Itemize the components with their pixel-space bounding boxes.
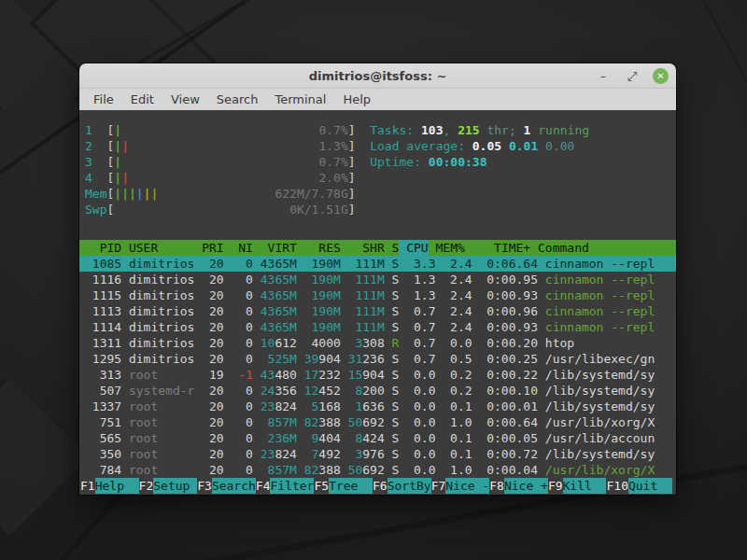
column-header-s[interactable]: S: [392, 240, 400, 256]
table-row[interactable]: 1115dimitrios2004365M190M111MS1.32.40:00…: [85, 287, 676, 303]
table-row[interactable]: 507systemd-r20024356124528200S0.00.20:00…: [85, 383, 676, 399]
meter-bar-fill: |: [114, 154, 121, 170]
fnkey-f9-kill[interactable]: F9Kill: [548, 478, 607, 494]
cell-cpu: 0.7: [406, 319, 435, 335]
table-row[interactable]: 313root19-1434801723215904S0.00.20:00.22…: [85, 367, 676, 383]
meter-bracket: [: [106, 186, 114, 202]
meter-bar: ||||||622M/7.78G: [114, 186, 347, 202]
minimize-button[interactable]: –: [595, 68, 612, 85]
meter-bracket: [: [106, 170, 114, 186]
fnkey-f3-search[interactable]: F3Search: [197, 478, 256, 494]
cell-res-segment: 82: [304, 415, 319, 429]
fnkey-f10-quit[interactable]: F10Quit: [606, 478, 671, 494]
menu-item-file[interactable]: File: [85, 91, 122, 108]
column-header-mem[interactable]: MEM%: [435, 240, 464, 256]
cell-s: R: [392, 335, 400, 351]
table-row[interactable]: 784root200857M8238850692S0.01.00:00.04/u…: [85, 462, 676, 478]
uptime-line-segment: 00:00:38: [429, 155, 487, 169]
meter-bar-fill: ||: [114, 170, 129, 186]
column-header-cpu[interactable]: CPU%: [399, 240, 428, 256]
table-row[interactable]: 1116dimitrios2004365M190M111MS1.32.40:00…: [85, 272, 676, 287]
fnkey-f4-filter[interactable]: F4Filter: [256, 478, 315, 494]
fnkey-f1-help[interactable]: F1Help: [80, 478, 139, 494]
cell-s: S: [392, 446, 400, 462]
cell-pri: 20: [202, 430, 223, 446]
fnkey-f6-sortby[interactable]: F6SortBy: [373, 478, 431, 494]
menu-item-terminal[interactable]: Terminal: [266, 91, 334, 108]
fnkey-f7-nice-[interactable]: F7Nice -: [431, 478, 490, 494]
cell-cmd: /usr/lib/xorg/X: [545, 414, 676, 430]
cell-mem: 2.4: [443, 272, 472, 287]
cell-time: 0:00.01: [479, 399, 538, 414]
fnkey-action-label: Search: [212, 478, 256, 494]
column-header-pid[interactable]: PID: [85, 240, 121, 256]
menu-item-search[interactable]: Search: [208, 91, 267, 108]
cell-mem: 0.1: [443, 399, 472, 414]
meter-value: 0.7%: [318, 122, 347, 138]
wallpaper-shape: [0, 378, 89, 537]
cell-cpu: 1.3: [406, 272, 435, 287]
function-key-bar: F1Help F2Setup F3SearchF4FilterF5Tree F6…: [79, 478, 676, 494]
table-row[interactable]: 1114dimitrios2004365M190M111MS0.72.40:00…: [85, 319, 676, 335]
cell-virt-segment: 525M: [268, 352, 297, 366]
load-average-line-segment: Load average:: [370, 139, 472, 153]
cell-s: S: [392, 367, 400, 383]
cell-virt-segment: 356: [275, 384, 296, 398]
table-row[interactable]: 565root200236M94048424S0.00.10:00.05/usr…: [85, 430, 676, 446]
table-row[interactable]: 1085dimitrios2004365M190M111MS3.32.40:06…: [79, 256, 676, 272]
table-row[interactable]: 1311dimitrios2001061240003308R0.70.00:00…: [85, 335, 676, 351]
table-row[interactable]: 1295dimitrios200525M3990431236S0.70.50:0…: [85, 351, 676, 367]
cell-pid: 784: [85, 462, 121, 478]
cell-s: S: [392, 303, 400, 319]
terminal-window: dimitrios@itsfoss: ~ – ⤢ ✕ FileEditViewS…: [79, 63, 676, 495]
tasks-line: Tasks: 103, 215 thr; 1 running: [370, 122, 589, 138]
fnkey-action-label: Nice -: [445, 478, 489, 494]
maximize-button[interactable]: ⤢: [624, 68, 641, 85]
column-header-time[interactable]: TIME+: [472, 240, 531, 256]
menu-item-view[interactable]: View: [162, 91, 208, 108]
cell-shr-segment: 976: [362, 447, 384, 461]
cell-shr-segment: 424: [362, 431, 384, 445]
cell-shr-segment: 50: [348, 415, 363, 429]
menu-item-edit[interactable]: Edit: [122, 91, 162, 108]
menu-item-help[interactable]: Help: [334, 91, 379, 108]
terminal-screen[interactable]: 1[|0.7%]2[||1.3%]3[|0.7%]4[||2.0%]Mem[||…: [79, 110, 676, 495]
process-table: PIDUSERPRINIVIRTRESSHRSCPU%MEM%TIME+Comm…: [79, 240, 676, 478]
cell-shr-segment: 111M: [355, 320, 384, 334]
fnkey-f8-nice+[interactable]: F8Nice +: [489, 478, 548, 494]
fnkey-f5-tree[interactable]: F5Tree: [314, 478, 373, 494]
cell-shr: 3976: [348, 446, 385, 462]
load-average-line-segment: 0.01: [509, 139, 545, 153]
titlebar[interactable]: dimitrios@itsfoss: ~ – ⤢ ✕: [79, 63, 676, 89]
cell-shr: 50692: [348, 462, 385, 478]
column-header-ni[interactable]: NI: [231, 240, 252, 256]
fnkey-label: F10: [606, 478, 627, 494]
fnkey-f2-setup[interactable]: F2Setup: [139, 478, 198, 494]
meter-bar-segment: |: [114, 139, 121, 153]
column-header-pri[interactable]: PRI: [202, 240, 223, 256]
table-row[interactable]: 1337root2002382451681636S0.00.10:00.01/l…: [85, 399, 676, 414]
cell-res: 12452: [304, 383, 341, 399]
column-header-command[interactable]: Command: [538, 240, 676, 256]
cell-res-segment: 388: [318, 415, 340, 429]
table-row[interactable]: 751root200857M8238850692S0.01.00:00.64/u…: [85, 414, 676, 430]
fnkey-label: F7: [431, 478, 446, 494]
cell-virt-segment: 824: [275, 399, 296, 413]
cell-virt-segment: 23: [261, 447, 275, 461]
cell-mem: 0.5: [443, 351, 472, 367]
column-header-virt[interactable]: VIRT: [261, 240, 297, 256]
column-header-res[interactable]: RES: [304, 240, 341, 256]
close-button[interactable]: ✕: [653, 68, 669, 84]
cell-pri: 20: [202, 414, 223, 430]
meter-label: Mem: [85, 186, 106, 202]
column-header-user[interactable]: USER: [129, 240, 194, 256]
column-header-shr[interactable]: SHR: [348, 240, 385, 256]
cell-shr: 31236: [348, 351, 385, 367]
cell-cmd: htop: [545, 335, 676, 351]
table-row[interactable]: 1113dimitrios2004365M190M111MS0.72.40:00…: [85, 303, 676, 319]
table-row[interactable]: 350root2002382474923976S0.00.10:00.72/li…: [85, 446, 676, 462]
cpu2-meter: 2[||1.3%]: [85, 138, 356, 154]
meter-bar: ||2.0%: [114, 170, 347, 186]
cell-time: 0:00.93: [479, 319, 538, 335]
cell-shr-segment: 904: [362, 368, 384, 382]
